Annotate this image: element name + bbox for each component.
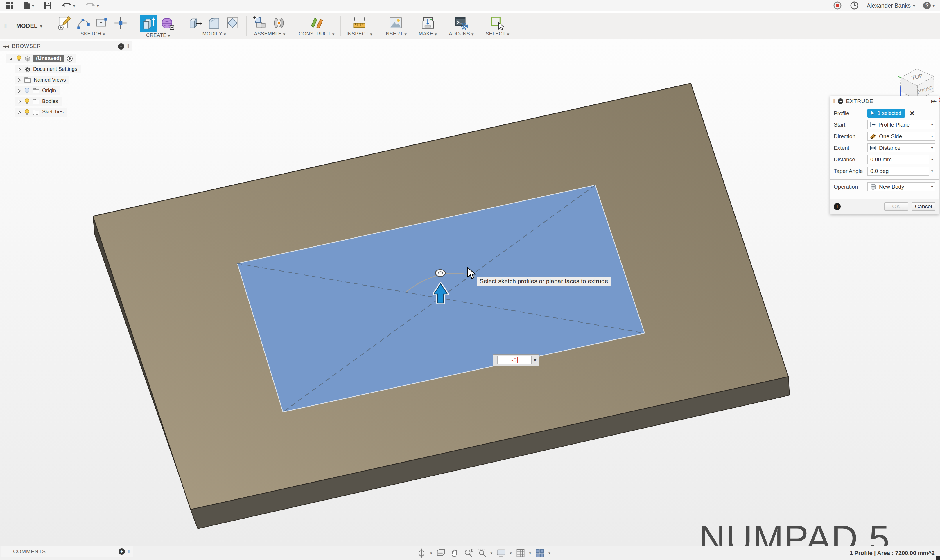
widget-drag-handle[interactable]	[495, 356, 496, 364]
insert-group-label[interactable]: INSERT▾	[384, 31, 407, 38]
zoom-window-icon[interactable]	[477, 548, 487, 558]
body-top-face[interactable]	[93, 83, 788, 509]
taper-angle-field[interactable]: 0.0 deg	[867, 166, 929, 175]
document-name[interactable]: (Unsaved)	[33, 55, 64, 62]
orbit-icon[interactable]	[417, 548, 426, 558]
sketch-point-icon[interactable]	[113, 15, 128, 31]
add-comment-icon[interactable]: +	[119, 548, 125, 555]
inspect-group-label[interactable]: INSPECT▾	[347, 31, 372, 38]
sketch-rectangle-icon[interactable]	[94, 15, 110, 31]
new-component-icon[interactable]	[252, 15, 268, 31]
extrude-tool-active[interactable]	[140, 14, 157, 32]
panel-resize-handle[interactable]: ‖	[127, 43, 129, 49]
browser-item-sketches[interactable]: Sketches	[0, 107, 133, 117]
selected-profile-face[interactable]	[237, 185, 645, 412]
corner-grip[interactable]	[936, 556, 940, 560]
scripts-addins-icon[interactable]	[454, 15, 469, 31]
collapsed-arrow-icon[interactable]	[17, 78, 22, 82]
browser-item-bodies[interactable]: Bodies	[0, 96, 133, 107]
direction-dropdown[interactable]: One Side ▾	[867, 132, 935, 141]
visibility-bulb-on-icon[interactable]	[24, 109, 30, 116]
distance-value-input[interactable]: -5	[497, 356, 532, 365]
distance-field-dropdown[interactable]: ▾	[929, 157, 935, 162]
clear-selection-icon[interactable]: ✕	[909, 110, 915, 117]
redo-button[interactable]: ▾	[85, 2, 99, 9]
pan-icon[interactable]	[450, 548, 460, 558]
construct-group-label[interactable]: CONSTRUCT▾	[299, 31, 334, 38]
profile-selected-chip[interactable]: 1 selected	[867, 109, 905, 117]
save-button[interactable]	[44, 2, 52, 9]
rotate-manipulator-handle[interactable]	[435, 269, 445, 277]
workspace-switcher[interactable]: MODEL ▾	[9, 13, 50, 38]
3d-print-icon[interactable]	[420, 15, 436, 31]
viewports-icon[interactable]	[535, 548, 545, 558]
browser-item-document-settings[interactable]: Document Settings	[0, 64, 133, 75]
chamfer-icon[interactable]	[225, 15, 241, 31]
ok-button[interactable]: OK	[884, 202, 908, 211]
distance-field[interactable]: 0.00 mm	[867, 155, 929, 164]
dialog-header[interactable]: ‖ − EXTRUDE ▶▶	[830, 96, 939, 106]
operation-dropdown[interactable]: New Body ▾	[867, 182, 935, 191]
browser-title: BROWSER	[12, 43, 41, 49]
distance-dropdown-button[interactable]: ▼	[532, 358, 539, 362]
look-at-icon[interactable]	[436, 548, 446, 558]
rotate-manipulator-arc[interactable]	[406, 273, 475, 292]
collapsed-arrow-icon[interactable]	[17, 110, 22, 115]
joint-icon[interactable]	[271, 15, 287, 31]
comments-resize-handle[interactable]: ‖	[128, 549, 130, 555]
body-front-side-face[interactable]	[191, 377, 790, 529]
create-group-label[interactable]: CREATE▾	[146, 32, 170, 40]
insert-image-icon[interactable]	[388, 15, 403, 31]
collapsed-arrow-icon[interactable]	[17, 89, 22, 93]
create-sketch-icon[interactable]	[57, 15, 73, 31]
select-group-label[interactable]: SELECT▾	[486, 31, 509, 38]
record-icon[interactable]	[833, 1, 842, 10]
make-group-label[interactable]: MAKE▾	[419, 31, 437, 38]
app-grid-button[interactable]	[5, 2, 13, 9]
clock-icon[interactable]	[850, 1, 859, 10]
press-pull-icon[interactable]	[188, 15, 203, 31]
select-tool-icon[interactable]	[490, 15, 505, 31]
extrude-drag-arrow[interactable]	[434, 284, 448, 303]
user-menu[interactable]: Alexander Banks ▾	[867, 2, 915, 9]
browser-options-icon[interactable]: −	[118, 43, 124, 49]
start-dropdown[interactable]: Profile Plane ▾	[867, 120, 935, 129]
dialog-expand-icon[interactable]: ▶▶	[931, 99, 936, 103]
assemble-group-label[interactable]: ASSEMBLE▾	[254, 31, 286, 38]
taper-field-dropdown[interactable]: ▾	[929, 169, 935, 173]
grid-settings-icon[interactable]	[516, 548, 525, 558]
body-left-side-face[interactable]	[93, 216, 198, 529]
info-icon[interactable]: i	[833, 203, 841, 210]
collapsed-arrow-icon[interactable]	[17, 67, 22, 72]
create-form-icon[interactable]	[160, 16, 176, 31]
browser-root-row[interactable]: (Unsaved)	[0, 53, 133, 64]
sketch-spline-icon[interactable]	[76, 15, 91, 31]
construction-plane-icon[interactable]	[309, 15, 324, 31]
undo-button[interactable]: ▾	[62, 2, 76, 9]
collapse-panel-icon[interactable]: ◀◀	[3, 44, 9, 48]
dialog-drag-handle[interactable]: ‖	[833, 98, 835, 104]
modify-group-label[interactable]: MODIFY▾	[202, 31, 226, 38]
sketch-group-label[interactable]: SKETCH▾	[80, 31, 105, 38]
comments-panel[interactable]: COMMENTS + ‖	[1, 546, 133, 557]
help-menu[interactable]: ? ▾	[923, 2, 935, 9]
addins-group-label[interactable]: ADD-INS▾	[449, 31, 474, 38]
fillet-icon[interactable]	[206, 15, 222, 31]
activate-radio-icon[interactable]	[66, 55, 73, 62]
viewport-canvas[interactable]: Select sketch profiles or planar faces t…	[0, 39, 940, 546]
extent-dropdown[interactable]: Distance ▾	[867, 143, 935, 152]
visibility-bulb-off-icon[interactable]	[24, 87, 30, 94]
dialog-collapse-icon[interactable]: −	[838, 98, 843, 104]
cancel-button[interactable]: Cancel	[912, 202, 935, 211]
display-settings-icon[interactable]	[496, 548, 506, 558]
expanded-arrow-icon[interactable]	[8, 56, 13, 61]
measure-icon[interactable]	[352, 15, 367, 31]
browser-item-origin[interactable]: Origin	[0, 85, 133, 96]
browser-item-named-views[interactable]: Named Views	[0, 75, 133, 85]
visibility-bulb-on-icon[interactable]	[24, 98, 30, 105]
visibility-bulb-on-icon[interactable]	[16, 55, 22, 62]
zoom-icon[interactable]	[463, 548, 473, 558]
collapsed-arrow-icon[interactable]	[17, 99, 22, 104]
ribbon-drag-handle[interactable]: ‖	[4, 22, 7, 30]
file-menu-button[interactable]: ▾	[23, 2, 34, 9]
